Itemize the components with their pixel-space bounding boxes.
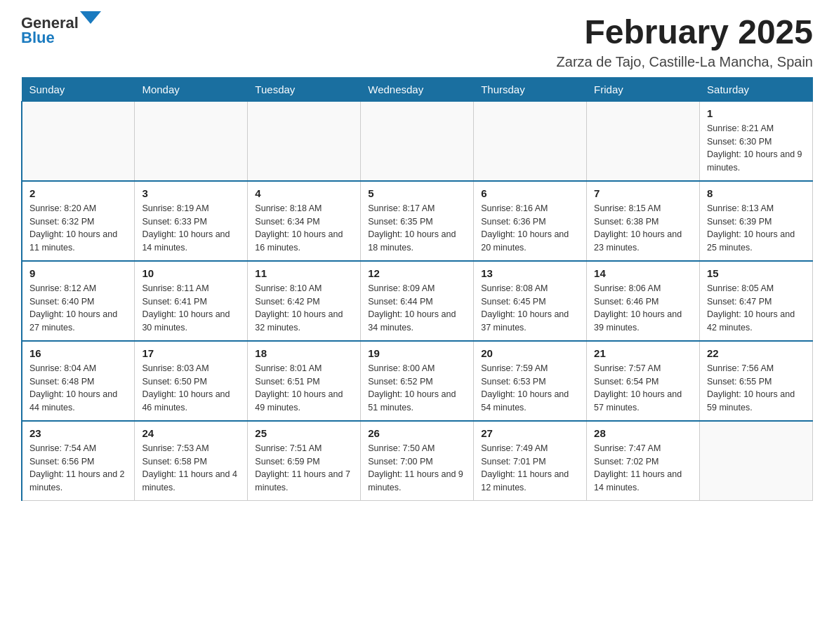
day-info: Sunrise: 8:01 AM Sunset: 6:51 PM Dayligh… bbox=[255, 362, 353, 415]
day-number: 21 bbox=[594, 347, 692, 359]
calendar-cell-23: 23Sunrise: 7:54 AM Sunset: 6:56 PM Dayli… bbox=[22, 421, 135, 501]
day-number: 16 bbox=[29, 347, 127, 359]
calendar-header-tuesday: Tuesday bbox=[248, 77, 361, 101]
calendar-cell-18: 18Sunrise: 8:01 AM Sunset: 6:51 PM Dayli… bbox=[248, 341, 361, 421]
day-info: Sunrise: 8:15 AM Sunset: 6:38 PM Dayligh… bbox=[594, 202, 692, 255]
calendar-cell-24: 24Sunrise: 7:53 AM Sunset: 6:58 PM Dayli… bbox=[135, 421, 248, 501]
day-info: Sunrise: 7:50 AM Sunset: 7:00 PM Dayligh… bbox=[368, 442, 466, 495]
day-info: Sunrise: 8:09 AM Sunset: 6:44 PM Dayligh… bbox=[368, 282, 466, 335]
calendar-cell-empty bbox=[361, 101, 474, 181]
calendar-table: SundayMondayTuesdayWednesdayThursdayFrid… bbox=[21, 77, 813, 501]
day-number: 24 bbox=[142, 427, 240, 439]
day-number: 17 bbox=[142, 347, 240, 359]
day-number: 14 bbox=[594, 267, 692, 279]
day-info: Sunrise: 8:13 AM Sunset: 6:39 PM Dayligh… bbox=[707, 202, 805, 255]
day-info: Sunrise: 7:47 AM Sunset: 7:02 PM Dayligh… bbox=[594, 442, 692, 495]
calendar-cell-17: 17Sunrise: 8:03 AM Sunset: 6:50 PM Dayli… bbox=[135, 341, 248, 421]
calendar-cell-4: 4Sunrise: 8:18 AM Sunset: 6:34 PM Daylig… bbox=[248, 181, 361, 261]
day-info: Sunrise: 8:05 AM Sunset: 6:47 PM Dayligh… bbox=[707, 282, 805, 335]
calendar-cell-12: 12Sunrise: 8:09 AM Sunset: 6:44 PM Dayli… bbox=[361, 261, 474, 341]
day-info: Sunrise: 8:08 AM Sunset: 6:45 PM Dayligh… bbox=[481, 282, 579, 335]
day-info: Sunrise: 7:57 AM Sunset: 6:54 PM Dayligh… bbox=[594, 362, 692, 415]
day-info: Sunrise: 8:18 AM Sunset: 6:34 PM Dayligh… bbox=[255, 202, 353, 255]
calendar-header-row: SundayMondayTuesdayWednesdayThursdayFrid… bbox=[22, 77, 813, 101]
calendar-cell-empty bbox=[587, 101, 700, 181]
calendar-cell-21: 21Sunrise: 7:57 AM Sunset: 6:54 PM Dayli… bbox=[587, 341, 700, 421]
calendar-header-wednesday: Wednesday bbox=[361, 77, 474, 101]
day-info: Sunrise: 8:11 AM Sunset: 6:41 PM Dayligh… bbox=[142, 282, 240, 335]
calendar-cell-9: 9Sunrise: 8:12 AM Sunset: 6:40 PM Daylig… bbox=[22, 261, 135, 341]
calendar-cell-10: 10Sunrise: 8:11 AM Sunset: 6:41 PM Dayli… bbox=[135, 261, 248, 341]
calendar-cell-1: 1Sunrise: 8:21 AM Sunset: 6:30 PM Daylig… bbox=[700, 101, 813, 181]
logo-blue: Blue bbox=[21, 29, 55, 46]
day-number: 23 bbox=[29, 427, 127, 439]
calendar-cell-3: 3Sunrise: 8:19 AM Sunset: 6:33 PM Daylig… bbox=[135, 181, 248, 261]
day-info: Sunrise: 7:59 AM Sunset: 6:53 PM Dayligh… bbox=[481, 362, 579, 415]
day-info: Sunrise: 7:49 AM Sunset: 7:01 PM Dayligh… bbox=[481, 442, 579, 495]
day-info: Sunrise: 8:16 AM Sunset: 6:36 PM Dayligh… bbox=[481, 202, 579, 255]
day-number: 2 bbox=[29, 187, 127, 199]
day-number: 19 bbox=[368, 347, 466, 359]
day-number: 7 bbox=[594, 187, 692, 199]
day-info: Sunrise: 8:12 AM Sunset: 6:40 PM Dayligh… bbox=[29, 282, 127, 335]
calendar-cell-empty bbox=[248, 101, 361, 181]
calendar-header-thursday: Thursday bbox=[474, 77, 587, 101]
logo: General Blue bbox=[21, 14, 101, 46]
day-number: 3 bbox=[142, 187, 240, 199]
week-row-4: 16Sunrise: 8:04 AM Sunset: 6:48 PM Dayli… bbox=[22, 341, 813, 421]
calendar-cell-14: 14Sunrise: 8:06 AM Sunset: 6:46 PM Dayli… bbox=[587, 261, 700, 341]
day-info: Sunrise: 8:04 AM Sunset: 6:48 PM Dayligh… bbox=[29, 362, 127, 415]
day-info: Sunrise: 7:56 AM Sunset: 6:55 PM Dayligh… bbox=[707, 362, 805, 415]
day-number: 10 bbox=[142, 267, 240, 279]
day-number: 4 bbox=[255, 187, 353, 199]
page-header: General Blue February 2025 Zarza de Tajo… bbox=[21, 14, 813, 70]
calendar-header-friday: Friday bbox=[587, 77, 700, 101]
calendar-cell-empty bbox=[22, 101, 135, 181]
day-number: 11 bbox=[255, 267, 353, 279]
week-row-5: 23Sunrise: 7:54 AM Sunset: 6:56 PM Dayli… bbox=[22, 421, 813, 501]
day-number: 27 bbox=[481, 427, 579, 439]
logo-icon bbox=[80, 11, 101, 32]
calendar-cell-8: 8Sunrise: 8:13 AM Sunset: 6:39 PM Daylig… bbox=[700, 181, 813, 261]
calendar-cell-13: 13Sunrise: 8:08 AM Sunset: 6:45 PM Dayli… bbox=[474, 261, 587, 341]
calendar-cell-16: 16Sunrise: 8:04 AM Sunset: 6:48 PM Dayli… bbox=[22, 341, 135, 421]
calendar-cell-26: 26Sunrise: 7:50 AM Sunset: 7:00 PM Dayli… bbox=[361, 421, 474, 501]
calendar-cell-22: 22Sunrise: 7:56 AM Sunset: 6:55 PM Dayli… bbox=[700, 341, 813, 421]
day-number: 20 bbox=[481, 347, 579, 359]
day-info: Sunrise: 8:03 AM Sunset: 6:50 PM Dayligh… bbox=[142, 362, 240, 415]
day-info: Sunrise: 7:51 AM Sunset: 6:59 PM Dayligh… bbox=[255, 442, 353, 495]
day-info: Sunrise: 8:21 AM Sunset: 6:30 PM Dayligh… bbox=[707, 122, 805, 175]
day-info: Sunrise: 8:19 AM Sunset: 6:33 PM Dayligh… bbox=[142, 202, 240, 255]
day-number: 15 bbox=[707, 267, 805, 279]
day-number: 18 bbox=[255, 347, 353, 359]
calendar-cell-empty bbox=[135, 101, 248, 181]
day-number: 12 bbox=[368, 267, 466, 279]
location: Zarza de Tajo, Castille-La Mancha, Spain bbox=[557, 54, 813, 70]
day-info: Sunrise: 8:06 AM Sunset: 6:46 PM Dayligh… bbox=[594, 282, 692, 335]
calendar-cell-25: 25Sunrise: 7:51 AM Sunset: 6:59 PM Dayli… bbox=[248, 421, 361, 501]
calendar-cell-15: 15Sunrise: 8:05 AM Sunset: 6:47 PM Dayli… bbox=[700, 261, 813, 341]
week-row-2: 2Sunrise: 8:20 AM Sunset: 6:32 PM Daylig… bbox=[22, 181, 813, 261]
calendar-cell-5: 5Sunrise: 8:17 AM Sunset: 6:35 PM Daylig… bbox=[361, 181, 474, 261]
day-info: Sunrise: 8:20 AM Sunset: 6:32 PM Dayligh… bbox=[29, 202, 127, 255]
calendar-cell-19: 19Sunrise: 8:00 AM Sunset: 6:52 PM Dayli… bbox=[361, 341, 474, 421]
week-row-1: 1Sunrise: 8:21 AM Sunset: 6:30 PM Daylig… bbox=[22, 101, 813, 181]
svg-marker-0 bbox=[80, 11, 101, 24]
calendar-cell-empty bbox=[700, 421, 813, 501]
day-info: Sunrise: 8:00 AM Sunset: 6:52 PM Dayligh… bbox=[368, 362, 466, 415]
calendar-cell-11: 11Sunrise: 8:10 AM Sunset: 6:42 PM Dayli… bbox=[248, 261, 361, 341]
calendar-header-saturday: Saturday bbox=[700, 77, 813, 101]
calendar-cell-2: 2Sunrise: 8:20 AM Sunset: 6:32 PM Daylig… bbox=[22, 181, 135, 261]
calendar-header-monday: Monday bbox=[135, 77, 248, 101]
calendar-cell-27: 27Sunrise: 7:49 AM Sunset: 7:01 PM Dayli… bbox=[474, 421, 587, 501]
day-number: 5 bbox=[368, 187, 466, 199]
day-number: 1 bbox=[707, 107, 805, 119]
day-number: 8 bbox=[707, 187, 805, 199]
day-number: 28 bbox=[594, 427, 692, 439]
day-number: 9 bbox=[29, 267, 127, 279]
calendar-header-sunday: Sunday bbox=[22, 77, 135, 101]
day-info: Sunrise: 8:10 AM Sunset: 6:42 PM Dayligh… bbox=[255, 282, 353, 335]
month-title: February 2025 bbox=[557, 14, 813, 51]
title-block: February 2025 Zarza de Tajo, Castille-La… bbox=[557, 14, 813, 70]
day-number: 22 bbox=[707, 347, 805, 359]
